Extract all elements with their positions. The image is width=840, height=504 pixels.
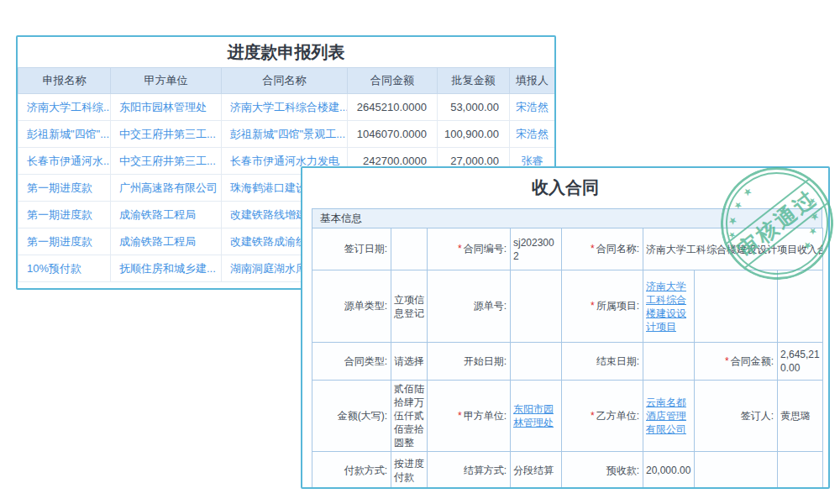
table-row: 济南大学工科综... 东阳市园林管理处 济南大学工科综合楼建... 264521…	[18, 94, 555, 121]
signer-label: 签订人:	[695, 381, 778, 452]
contract-form-table: 签订日期: *合同编号: sj2023002 *合同名称: 济南大学工科综合楼建…	[312, 228, 823, 489]
project-link[interactable]: 济南大学工科综合楼建设设计项目	[646, 281, 686, 333]
col-header-declare-name: 申报名称	[18, 68, 111, 94]
cell-filler: 宋浩然	[510, 94, 555, 121]
cell-declare-name[interactable]: 济南大学工科综...	[18, 94, 111, 121]
col-header-contract-amount: 合同金额	[348, 68, 438, 94]
empty-cell	[695, 270, 778, 343]
sign-date-label: 签订日期:	[312, 228, 391, 270]
form-panel-title: 收入合同	[302, 168, 828, 205]
contract-amount-field[interactable]: 2,645,210.00	[778, 343, 823, 381]
required-mark: *	[591, 410, 595, 422]
list-panel-title: 进度款申报列表	[18, 37, 554, 67]
end-date-label: 结束日期:	[562, 343, 643, 381]
project-label: *所属项目:	[562, 270, 643, 343]
col-header-filler: 填报人	[510, 68, 555, 94]
cell-declare-name[interactable]: 长春市伊通河水...	[18, 148, 111, 175]
cell-party-a[interactable]: 东阳市园林管理处	[111, 94, 222, 121]
cell-declare-name[interactable]: 10%预付款	[18, 255, 111, 282]
required-mark: *	[591, 300, 595, 312]
section-header-basic-info: 基本信息	[312, 208, 822, 228]
cell-party-a[interactable]: 成渝铁路工程局	[111, 228, 222, 255]
empty-cell	[778, 452, 823, 490]
source-no-field[interactable]	[511, 270, 562, 343]
cell-party-a[interactable]: 抚顺住房和城乡建...	[111, 255, 222, 282]
amount-words-label: 金额(大写):	[312, 381, 391, 452]
cell-declare-name[interactable]: 第一期进度款	[18, 175, 111, 202]
contract-name-field[interactable]: 济南大学工科综合楼建设设计项目收入合	[643, 228, 823, 270]
source-no-label: 源单号:	[428, 270, 511, 343]
col-header-approved-amount: 批复金额	[438, 68, 510, 94]
required-mark: *	[591, 243, 595, 255]
income-contract-panel: 收入合同 基本信息 签订日期: *合同编号: sj2023002 *合同名称: …	[301, 166, 830, 489]
contract-type-label: 合同类型:	[312, 343, 391, 381]
cell-approved-amount: 100,900.00	[438, 121, 510, 148]
contract-type-select[interactable]: 请选择	[391, 343, 428, 381]
settlement-field[interactable]: 分段结算	[511, 452, 562, 490]
contract-no-label: *合同编号:	[428, 228, 511, 270]
payment-method-label: 付款方式:	[312, 452, 391, 490]
party-a-field: 东阳市园林管理处	[511, 381, 562, 452]
cell-filler: 宋浩然	[510, 121, 555, 148]
party-b-field: 云南名都酒店管理有限公司	[643, 381, 695, 452]
contract-name-label: *合同名称:	[562, 228, 643, 270]
signer-field[interactable]: 黄思璐	[778, 381, 823, 452]
empty-cell	[695, 452, 778, 490]
col-header-party-a: 甲方单位	[111, 68, 222, 94]
project-field: 济南大学工科综合楼建设设计项目	[643, 270, 695, 343]
party-b-label: *乙方单位:	[562, 381, 643, 452]
cell-contract-name[interactable]: 彭祖新城"四馆"景观工...	[222, 121, 348, 148]
cell-contract-name[interactable]: 济南大学工科综合楼建...	[222, 94, 348, 121]
cell-party-a[interactable]: 中交王府井第三工...	[111, 121, 222, 148]
cell-contract-amount: 2645210.0000	[348, 94, 438, 121]
cell-approved-amount: 53,000.00	[438, 94, 510, 121]
payment-method-field[interactable]: 按进度付款	[391, 452, 428, 490]
cell-contract-amount: 1046070.0000	[348, 121, 438, 148]
contract-amount-label: *合同金额:	[695, 343, 778, 381]
basic-info-section: 基本信息 签订日期: *合同编号: sj2023002 *合同名称: 济南大学工…	[312, 208, 822, 489]
cell-party-a[interactable]: 中交王府井第三工...	[111, 148, 222, 175]
table-row: 彭祖新城"四馆"... 中交王府井第三工... 彭祖新城"四馆"景观工... 1…	[18, 121, 555, 148]
cell-party-a[interactable]: 广州高速路有限公司	[111, 175, 222, 202]
advance-label: 预收款:	[562, 452, 643, 490]
advance-field[interactable]: 20,000.00	[643, 452, 695, 490]
amount-words-field[interactable]: 贰佰陆拾肆万伍仟贰佰壹拾圆整	[391, 381, 428, 452]
source-type-field[interactable]: 立项信息登记	[391, 270, 428, 343]
end-date-field[interactable]	[643, 343, 695, 381]
start-date-field[interactable]	[511, 343, 562, 381]
required-mark: *	[458, 410, 462, 422]
required-mark: *	[458, 243, 462, 255]
empty-cell	[778, 270, 823, 343]
source-type-label: 源单类型:	[312, 270, 391, 343]
settlement-label: 结算方式:	[428, 452, 511, 490]
page: 进度款申报列表 申报名称 甲方单位 合同名称 合同金额 批复金额 填报人 济南大…	[0, 0, 840, 504]
required-mark: *	[725, 355, 729, 367]
sign-date-field[interactable]	[391, 228, 428, 270]
cell-declare-name[interactable]: 第一期进度款	[18, 202, 111, 228]
party-a-label: *甲方单位:	[428, 381, 511, 452]
party-a-link[interactable]: 东阳市园林管理处	[513, 403, 554, 428]
contract-no-field[interactable]: sj2023002	[511, 228, 562, 270]
start-date-label: 开始日期:	[428, 343, 511, 381]
table-header-row: 申报名称 甲方单位 合同名称 合同金额 批复金额 填报人	[18, 68, 555, 94]
cell-party-a[interactable]: 成渝铁路工程局	[111, 202, 222, 228]
party-b-link[interactable]: 云南名都酒店管理有限公司	[646, 396, 686, 435]
cell-declare-name[interactable]: 第一期进度款	[18, 228, 111, 255]
col-header-contract-name: 合同名称	[222, 68, 348, 94]
cell-declare-name[interactable]: 彭祖新城"四馆"...	[18, 121, 111, 148]
